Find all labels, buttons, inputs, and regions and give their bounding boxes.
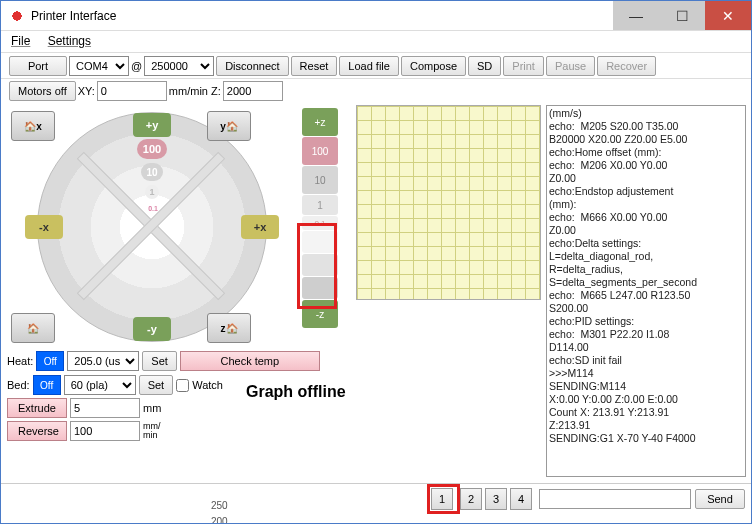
reset-button[interactable]: Reset <box>291 56 338 76</box>
window-title: Printer Interface <box>31 9 613 23</box>
step-01[interactable]: 0.1 <box>147 203 159 213</box>
minus-x-button[interactable]: -x <box>25 215 63 239</box>
home-z-button[interactable]: z🏠 <box>207 313 251 343</box>
plus-z-button[interactable]: +z <box>302 108 338 136</box>
menu-file[interactable]: File <box>11 34 30 48</box>
loadfile-button[interactable]: Load file <box>339 56 399 76</box>
minus-y-button[interactable]: -y <box>133 317 171 341</box>
page-1-button[interactable]: 1 <box>431 488 453 510</box>
bed-toggle[interactable]: Off <box>33 375 61 395</box>
plus-x-button[interactable]: +x <box>241 215 279 239</box>
z-1[interactable]: 1 <box>302 195 338 215</box>
highlight-box-z <box>297 223 337 309</box>
z-100[interactable]: 100 <box>302 137 338 165</box>
home-icon: 🏠 <box>27 323 39 334</box>
pause-button[interactable]: Pause <box>546 56 595 76</box>
motors-off-button[interactable]: Motors off <box>9 81 76 101</box>
console-log[interactable]: (mm/s) echo: M205 S20.00 T35.00 B20000 X… <box>546 105 746 477</box>
disconnect-button[interactable]: Disconnect <box>216 56 288 76</box>
plus-y-button[interactable]: +y <box>133 113 171 137</box>
maximize-button[interactable]: ☐ <box>659 1 705 30</box>
graph-scale: 250 200 150 100 50 <box>211 498 228 524</box>
highlight-box-page: 1 <box>427 484 460 514</box>
page-2-button[interactable]: 2 <box>460 488 482 510</box>
command-input[interactable] <box>539 489 691 509</box>
mmmin-label: mm/ min <box>143 422 161 440</box>
build-plate-grid[interactable] <box>356 105 541 300</box>
app-icon <box>9 8 25 24</box>
z-input[interactable] <box>223 81 283 101</box>
heat-preset-select[interactable]: 205.0 (us <box>67 351 139 371</box>
sd-button[interactable]: SD <box>468 56 501 76</box>
menu-bar: File Settings <box>1 31 751 53</box>
bottom-bar: 1 2 3 4 Send <box>1 483 751 513</box>
xy-label: XY: <box>78 85 95 97</box>
z-10[interactable]: 10 <box>302 166 338 194</box>
graph-offline-label: Graph offline <box>246 383 546 401</box>
close-button[interactable]: ✕ <box>705 1 751 30</box>
watch-checkbox[interactable] <box>176 379 189 392</box>
bed-preset-select[interactable]: 60 (pla) <box>64 375 136 395</box>
extrude-button[interactable]: Extrude <box>7 398 67 418</box>
menu-settings[interactable]: Settings <box>48 34 91 48</box>
baud-select[interactable]: 250000 <box>144 56 214 76</box>
home-icon: 🏠 <box>226 323 238 334</box>
home-y-button[interactable]: y🏠 <box>207 111 251 141</box>
toolbar: Port COM4 @ 250000 Disconnect Reset Load… <box>1 53 751 79</box>
bed-set-button[interactable]: Set <box>139 375 174 395</box>
home-x-button[interactable]: 🏠x <box>11 111 55 141</box>
recover-button[interactable]: Recover <box>597 56 656 76</box>
reverse-button[interactable]: Reverse <box>7 421 67 441</box>
com-select[interactable]: COM4 <box>69 56 129 76</box>
heat-toggle[interactable]: Off <box>36 351 64 371</box>
watch-label: Watch <box>192 379 223 391</box>
step-100[interactable]: 100 <box>137 139 167 159</box>
page-3-button[interactable]: 3 <box>485 488 507 510</box>
minimize-button[interactable]: — <box>613 1 659 30</box>
home-icon: 🏠 <box>24 121 36 132</box>
bed-label: Bed: <box>7 379 30 391</box>
home-icon: 🏠 <box>226 121 238 132</box>
heat-set-button[interactable]: Set <box>142 351 177 371</box>
mmmin-label: mm/min Z: <box>169 85 221 97</box>
port-button[interactable]: Port <box>9 56 67 76</box>
step-10[interactable]: 10 <box>141 163 163 181</box>
page-4-button[interactable]: 4 <box>510 488 532 510</box>
check-temp-button[interactable]: Check temp <box>180 351 320 371</box>
extrude-length-input[interactable] <box>70 398 140 418</box>
step-1[interactable]: 1 <box>145 185 159 199</box>
xy-input[interactable] <box>97 81 167 101</box>
motor-row: Motors off XY: mm/min Z: <box>1 79 751 103</box>
heat-label: Heat: <box>7 355 33 367</box>
print-button[interactable]: Print <box>503 56 544 76</box>
titlebar: Printer Interface — ☐ ✕ <box>1 1 751 31</box>
mm-label: mm <box>143 402 161 414</box>
extrude-speed-input[interactable] <box>70 421 140 441</box>
home-all-button[interactable]: 🏠 <box>11 313 55 343</box>
jog-panel: +y -y +x -x 100 10 1 0.1 🏠x y🏠 🏠 z🏠 +z 1… <box>7 107 347 347</box>
send-button[interactable]: Send <box>695 489 745 509</box>
compose-button[interactable]: Compose <box>401 56 466 76</box>
at-label: @ <box>131 60 142 72</box>
